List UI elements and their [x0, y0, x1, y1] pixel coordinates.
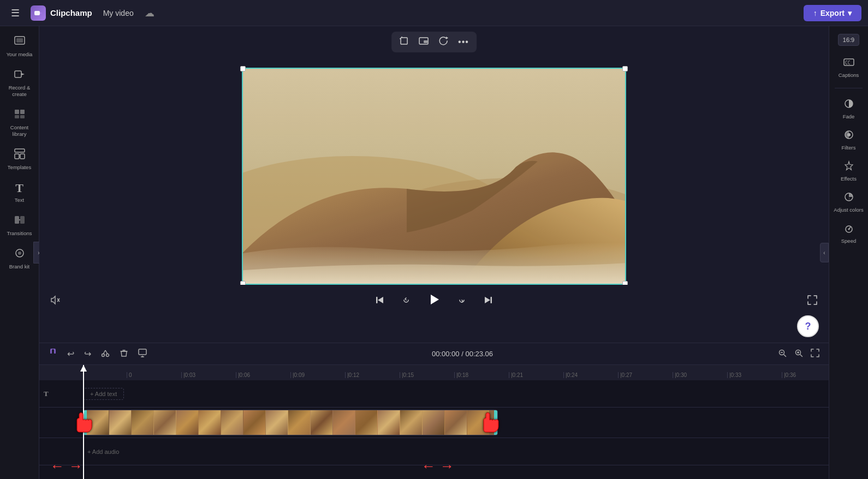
sidebar-item-templates[interactable]: Templates	[3, 143, 36, 175]
add-audio-button[interactable]: + Add audio	[83, 446, 123, 457]
text-track-content: + Add text	[83, 380, 829, 407]
preview-toolbar: •••	[391, 32, 477, 52]
effects-icon	[843, 160, 854, 174]
clip-handle-right[interactable]	[494, 410, 497, 435]
help-button[interactable]: ?	[797, 315, 819, 337]
cloud-sync-icon: ☁	[145, 7, 154, 19]
right-sidebar-item-speed[interactable]: Speed	[831, 218, 866, 248]
sidebar-item-record-create[interactable]: Record &create	[3, 64, 36, 101]
svg-rect-10	[15, 149, 25, 152]
svg-point-58	[847, 133, 851, 136]
svg-rect-9	[20, 115, 25, 118]
ruler-mark-12: |0:12	[345, 372, 400, 378]
play-button[interactable]	[425, 290, 443, 312]
right-sidebar-item-captions[interactable]: CC Captions	[831, 52, 866, 82]
ruler-mark-3: |0:03	[181, 372, 236, 378]
ruler-mark-21: |0:21	[509, 372, 563, 378]
right-panel-collapse-button[interactable]: ‹	[820, 243, 829, 262]
app-logo: Clipchamp	[31, 5, 92, 21]
undo-button[interactable]: ↩	[64, 347, 77, 361]
svg-line-51	[800, 355, 802, 357]
mute-button[interactable]	[50, 295, 60, 308]
resize-handle-tl[interactable]	[240, 66, 246, 71]
audio-track-content: + Add audio	[83, 438, 829, 465]
aspect-ratio-button[interactable]: 16:9	[838, 34, 859, 46]
svg-line-39	[103, 350, 105, 354]
svg-rect-13	[15, 216, 19, 224]
svg-line-47	[784, 355, 786, 357]
sidebar-item-text[interactable]: T Text	[3, 177, 36, 207]
pip-button[interactable]	[415, 34, 432, 50]
rotate-button[interactable]	[435, 34, 451, 50]
timeline-area: ↩ ↪	[39, 343, 829, 479]
fit-to-window-button[interactable]	[808, 347, 822, 361]
right-sidebar: ‹ 16:9 CC Captions	[829, 26, 868, 479]
svg-rect-3	[16, 38, 23, 43]
svg-marker-32	[431, 295, 439, 304]
record-create-icon	[14, 68, 26, 83]
fade-icon	[843, 98, 854, 112]
text-track: T + Add text	[39, 380, 829, 408]
ruler-mark-18: |0:18	[454, 372, 509, 378]
right-sidebar-item-effects[interactable]: Effects	[831, 156, 866, 186]
export-button[interactable]: ↑ Export ▾	[804, 5, 861, 21]
right-sidebar-item-adjust-colors[interactable]: Adjust colors	[831, 187, 866, 217]
svg-rect-35	[50, 352, 52, 354]
export-dropdown-icon: ▾	[848, 9, 852, 17]
more-options-button[interactable]: •••	[455, 34, 472, 50]
ruler-mark-33: |0:33	[727, 372, 782, 378]
skip-to-end-button[interactable]	[480, 292, 496, 310]
brand-kit-icon	[14, 247, 26, 262]
ruler-mark-6: |0:06	[236, 372, 290, 378]
cut-button[interactable]	[98, 347, 112, 361]
sidebar-item-your-media[interactable]: Your media	[3, 31, 36, 62]
svg-rect-22	[424, 40, 427, 43]
video-track-content	[83, 408, 829, 438]
rewind-button[interactable]	[399, 292, 414, 310]
playback-controls	[39, 285, 829, 318]
timeline-tracks: T + Add text	[39, 380, 829, 479]
magnet-tool-button[interactable]	[46, 347, 60, 361]
ruler-marks: 0 |0:03 |0:06 |0:09 |0:12 |0:15 |0:18 |0…	[83, 372, 829, 378]
crop-tool-button[interactable]	[396, 34, 412, 50]
timeline-ruler: 0 |0:03 |0:06 |0:09 |0:12 |0:15 |0:18 |0…	[39, 365, 829, 380]
audio-track: + Add audio	[39, 438, 829, 465]
svg-point-38	[106, 354, 109, 356]
logo-icon	[31, 5, 46, 21]
svg-rect-18	[401, 38, 407, 44]
sidebar-item-brand-kit[interactable]: Brand kit	[3, 243, 36, 274]
video-clip[interactable]	[83, 410, 498, 435]
svg-line-40	[105, 350, 108, 354]
add-text-button[interactable]: + Add text	[83, 388, 124, 400]
svg-rect-34	[491, 297, 492, 303]
timeline-current-time: 00:00:00 / 00:23.06	[154, 350, 771, 358]
forward-button[interactable]	[454, 292, 469, 310]
fullscreen-button[interactable]	[807, 295, 818, 308]
delete-button[interactable]	[117, 347, 131, 361]
resize-handle-tr[interactable]	[622, 66, 628, 71]
redo-button[interactable]: ↪	[81, 347, 94, 361]
templates-icon	[14, 148, 26, 163]
right-sidebar-item-fade[interactable]: Fade	[831, 94, 866, 124]
svg-rect-11	[15, 154, 19, 159]
add-media-button[interactable]	[135, 347, 150, 361]
svg-marker-23	[446, 37, 448, 39]
zoom-in-button[interactable]	[792, 347, 806, 361]
timeline-toolbar: ↩ ↪	[39, 343, 829, 365]
sidebar-item-content-library[interactable]: Contentlibrary	[3, 104, 36, 141]
ruler-mark-27: |0:27	[618, 372, 673, 378]
playhead-ruler[interactable]	[83, 365, 84, 380]
transitions-icon	[14, 214, 26, 229]
sidebar-item-transitions[interactable]: Transitions	[3, 209, 36, 241]
text-track-label: T	[39, 390, 83, 398]
zoom-out-button[interactable]	[775, 347, 789, 361]
svg-rect-31	[376, 297, 378, 303]
video-title-btn[interactable]: My video	[99, 7, 138, 20]
app-name: Clipchamp	[50, 8, 92, 17]
right-sidebar-item-filters[interactable]: Filters	[831, 125, 866, 155]
filters-icon	[843, 129, 854, 143]
svg-marker-30	[378, 297, 383, 303]
hamburger-menu[interactable]: ☰	[7, 5, 24, 21]
ruler-mark-0: 0	[127, 372, 181, 378]
skip-to-start-button[interactable]	[372, 292, 388, 310]
